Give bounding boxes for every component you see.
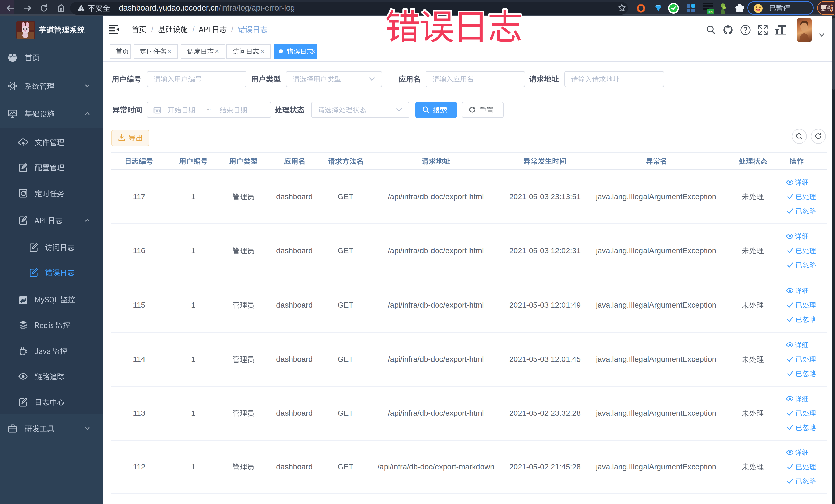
svg-text:on: on	[709, 10, 713, 14]
